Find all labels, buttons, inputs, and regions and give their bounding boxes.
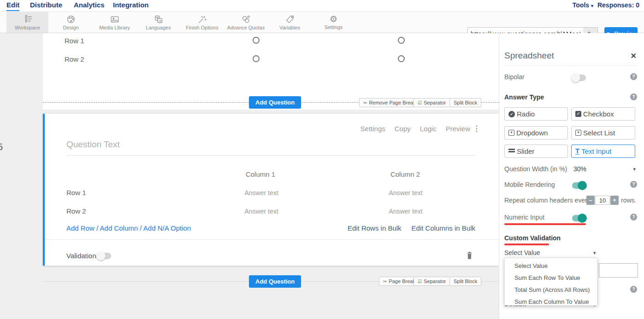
column-1-header[interactable]: Column 1 <box>246 170 275 178</box>
checkbox-check-icon: ✓ <box>575 111 581 117</box>
nav-integration[interactable]: Integration <box>113 1 149 10</box>
chevron-down-icon[interactable]: ▾ <box>633 166 636 172</box>
answer-text-cell[interactable]: Answer text <box>389 189 422 197</box>
validation-toggle[interactable] <box>97 253 111 259</box>
answer-type-text-input-button[interactable]: TText Input <box>571 145 635 158</box>
nav-edit[interactable]: Edit <box>6 1 19 11</box>
edit-rows-in-bulk-link[interactable]: Edit Rows in Bulk <box>348 224 402 232</box>
row-1-label[interactable]: Row 1 <box>66 189 86 197</box>
dropdown-option-select-value[interactable]: Select Value <box>505 260 597 272</box>
toolbar-tab-advance-quotas[interactable]: Advance Quotas <box>224 12 268 33</box>
split-block-button-bottom[interactable]: Split Block <box>449 277 481 286</box>
nav-distribute[interactable]: Distribute <box>30 1 62 10</box>
question-settings-link[interactable]: Settings <box>360 125 385 133</box>
edit-columns-in-bulk-link[interactable]: Edit Columns in Bulk <box>412 224 475 232</box>
settings-gear-icon: ⚙ <box>330 15 337 24</box>
help-icon[interactable]: ? <box>630 214 637 220</box>
dropdown-option-sum-each-column[interactable]: Sum Each Column To Value <box>505 296 597 308</box>
numeric-input-toggle[interactable] <box>572 215 586 221</box>
red-highlight-underline <box>504 244 549 245</box>
decrement-button[interactable]: – <box>586 196 595 205</box>
custom-validation-label: Custom Validation <box>504 234 561 242</box>
help-icon[interactable]: ? <box>630 181 637 188</box>
svg-text:A: A <box>159 19 161 23</box>
sidebar-divider <box>504 65 638 66</box>
add-question-button-top[interactable]: Add Question <box>249 96 301 109</box>
prev-row-1-label: Row 1 <box>65 37 84 45</box>
answer-text-cell[interactable]: Answer text <box>244 189 278 197</box>
help-icon[interactable]: ? <box>630 73 637 80</box>
toolbar-tab-languages[interactable]: A Languages <box>136 12 180 33</box>
question-width-label: Question Width (in %) <box>504 165 567 173</box>
answer-type-checkbox-button[interactable]: ✓Checkbox <box>571 107 635 121</box>
column-2-header[interactable]: Column 2 <box>390 170 420 178</box>
question-text-input[interactable]: Question Text <box>66 139 120 150</box>
split-block-button-top[interactable]: Split Block <box>449 98 481 107</box>
radio-button[interactable] <box>398 55 405 62</box>
question-preview-link[interactable]: Preview <box>446 125 470 133</box>
close-icon[interactable]: ✕ <box>631 52 637 60</box>
toolbar-tab-design[interactable]: Design <box>49 12 93 33</box>
answer-text-cell[interactable]: Answer text <box>389 208 422 215</box>
select-list-box-icon: ▾ <box>575 130 581 136</box>
red-highlight-underline <box>504 223 586 225</box>
workspace-icon <box>23 14 33 24</box>
answer-type-dropdown-button[interactable]: ▾Dropdown <box>504 126 568 139</box>
remove-page-break-button[interactable]: ✂Remove Page Break <box>359 98 420 107</box>
question-text-underline <box>66 155 475 156</box>
bipolar-toggle[interactable] <box>572 75 586 81</box>
link-separator: / <box>96 224 98 232</box>
responses-counter[interactable]: Responses: 0 <box>597 1 639 9</box>
answer-type-select-list-button[interactable]: ▾Select List <box>571 126 635 139</box>
validation-value-input[interactable] <box>599 263 638 278</box>
answer-type-slider-button[interactable]: Slider <box>504 145 568 158</box>
question-number: 5 <box>0 142 3 152</box>
separator-button-bottom[interactable]: ☑Separator <box>414 277 450 286</box>
repeat-rows-input[interactable] <box>595 196 610 205</box>
delete-question-trash-icon[interactable] <box>466 251 473 260</box>
kebab-menu-icon[interactable]: ⋮ <box>473 124 480 133</box>
help-icon[interactable]: ? <box>630 286 637 293</box>
add-column-link[interactable]: Add Column <box>100 224 138 232</box>
numeric-input-label: Numeric Input <box>504 214 544 221</box>
prev-row-2-label: Row 2 <box>65 55 84 63</box>
toolbar-tab-media-library[interactable]: Media Library <box>93 12 136 33</box>
tools-menu[interactable]: Tools ▾ <box>573 1 593 9</box>
previous-question-block: Row 1 Row 2 Add Question ✂Remove Page Br… <box>43 33 499 110</box>
custom-validation-dropdown-menu: Select Value Sum Each Row To Value Total… <box>504 258 597 306</box>
toolbar-tab-workspace[interactable]: Workspace <box>6 12 48 33</box>
radio-button[interactable] <box>253 37 260 44</box>
question-settings-sidebar: Spreadsheet ✕ Bipolar ? Answer Type ? ✓R… <box>499 33 644 319</box>
dropdown-option-total-sum[interactable]: Total Sum (Across All Rows) <box>505 284 597 296</box>
editor-divider <box>45 239 499 240</box>
repeat-headers-label: Repeat column headers every <box>504 197 591 204</box>
nav-analytics[interactable]: Analytics <box>74 1 105 10</box>
answer-type-radio-button[interactable]: ✓Radio <box>504 107 568 121</box>
toolbar-tab-finish-options[interactable]: Finish Options <box>180 12 224 33</box>
radio-check-icon: ✓ <box>508 111 515 117</box>
toolbar-tab-variables[interactable]: Variables <box>268 12 312 33</box>
dropdown-option-sum-each-row[interactable]: Sum Each Row To Value <box>505 272 597 284</box>
radio-button[interactable] <box>253 55 260 62</box>
question-logic-link[interactable]: Logic <box>420 125 437 133</box>
question-width-value[interactable]: 30% <box>573 165 586 173</box>
add-question-button-bottom[interactable]: Add Question <box>249 275 301 288</box>
rows-suffix-label: rows. <box>621 197 636 204</box>
mobile-rendering-toggle[interactable] <box>572 182 586 189</box>
radio-button[interactable] <box>398 37 405 44</box>
question-copy-link[interactable]: Copy <box>395 125 411 133</box>
editor-toolbar: Workspace Design Media Library A Languag… <box>0 12 644 33</box>
add-row-link[interactable]: Add Row <box>66 224 95 232</box>
add-na-option-link[interactable]: Add N/A Option <box>143 224 191 232</box>
answer-text-cell[interactable]: Answer text <box>244 208 278 215</box>
toolbar-tab-settings[interactable]: ⚙ Settings <box>312 12 355 33</box>
advance-quotas-icon <box>241 14 251 24</box>
separator-icon: ☑ <box>418 100 422 105</box>
top-nav: Edit Distribute Analytics Integration To… <box>0 0 644 12</box>
custom-validation-select[interactable]: Select Value <box>504 249 540 256</box>
chevron-down-icon[interactable]: ▾ <box>593 250 596 256</box>
row-2-label[interactable]: Row 2 <box>66 207 86 215</box>
separator-button-top[interactable]: ☑Separator <box>414 98 450 107</box>
help-icon[interactable]: ? <box>630 93 637 100</box>
increment-button[interactable]: + <box>610 196 619 205</box>
